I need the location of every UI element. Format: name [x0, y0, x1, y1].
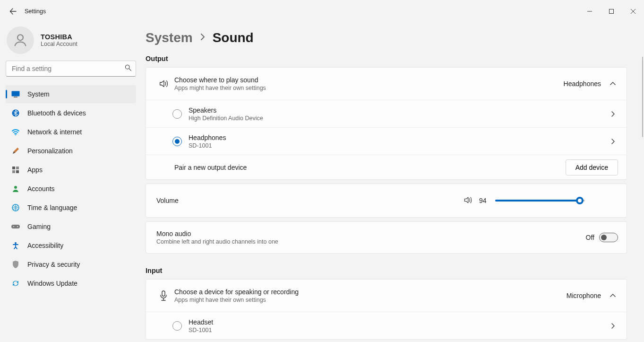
chevron-up-icon — [608, 79, 618, 89]
sidebar-item-bluetooth[interactable]: Bluetooth & devices — [6, 104, 136, 122]
input-choose-card: Choose a device for speaking or recordin… — [146, 279, 627, 340]
section-input-heading: Input — [146, 267, 627, 274]
sidebar-item-system[interactable]: System — [6, 85, 136, 103]
user-icon — [12, 32, 28, 48]
microphone-icon — [155, 290, 172, 301]
system-icon — [11, 90, 20, 98]
user-block[interactable]: TOSHIBA Local Account — [7, 26, 136, 54]
sidebar-item-update[interactable]: Windows Update — [6, 274, 136, 292]
sidebar-item-privacy[interactable]: Privacy & security — [6, 255, 136, 273]
bluetooth-icon — [11, 109, 20, 117]
maximize-icon — [609, 9, 614, 14]
input-choose-row[interactable]: Choose a device for speaking or recordin… — [146, 280, 627, 312]
sidebar-item-label: Time & language — [27, 204, 77, 211]
close-icon — [631, 9, 635, 14]
sidebar-item-label: Personalization — [27, 147, 73, 155]
input-choose-title: Choose a device for speaking or recordin… — [174, 288, 565, 296]
mono-toggle-state: Off — [586, 234, 594, 241]
sidebar-item-accessibility[interactable]: Accessibility — [6, 237, 136, 254]
chevron-right-icon — [608, 109, 618, 119]
sidebar-item-apps[interactable]: Apps — [6, 161, 136, 179]
sidebar-item-personalization[interactable]: Personalization — [6, 142, 136, 160]
svg-point-16 — [15, 242, 17, 244]
svg-point-15 — [17, 226, 18, 227]
wifi-icon — [11, 128, 20, 136]
svg-rect-8 — [16, 167, 19, 169]
output-choose-row[interactable]: Choose where to play sound Apps might ha… — [146, 68, 627, 100]
sidebar: TOSHIBA Local Account System Bluetooth &… — [0, 23, 142, 342]
sidebar-item-accounts[interactable]: Accounts — [6, 180, 136, 198]
svg-rect-4 — [14, 97, 17, 98]
device-detail: High Definition Audio Device — [189, 115, 606, 122]
svg-rect-0 — [610, 9, 614, 14]
volume-icon[interactable] — [463, 195, 472, 206]
chevron-right-icon — [608, 136, 618, 147]
svg-point-6 — [15, 134, 16, 135]
user-subtitle: Local Account — [41, 41, 77, 47]
breadcrumb-parent[interactable]: System — [146, 30, 193, 45]
person-icon — [11, 184, 20, 193]
sidebar-item-label: Gaming — [27, 223, 51, 230]
output-choose-card: Choose where to play sound Apps might ha… — [146, 67, 627, 180]
accessibility-icon — [11, 241, 20, 250]
svg-rect-13 — [11, 225, 20, 228]
svg-point-11 — [14, 186, 17, 189]
mono-card: Mono audio Combine left and right audio … — [146, 221, 627, 254]
minimize-button[interactable] — [579, 4, 601, 19]
back-button[interactable] — [6, 4, 21, 19]
radio-unchecked-icon — [172, 321, 182, 331]
volume-card: Volume 94 — [146, 184, 627, 218]
update-icon — [11, 279, 20, 288]
input-choose-value: Microphone — [567, 292, 601, 299]
input-choose-subtitle: Apps might have their own settings — [174, 297, 565, 303]
pair-output-row: Pair a new output device Add device — [146, 155, 627, 179]
device-name: Speakers — [189, 106, 606, 114]
svg-point-1 — [17, 35, 23, 40]
sidebar-item-label: System — [27, 90, 50, 98]
window-title: Settings — [25, 8, 46, 15]
volume-slider[interactable] — [495, 200, 618, 202]
globe-clock-icon — [11, 203, 20, 212]
sidebar-item-network[interactable]: Network & internet — [6, 123, 136, 141]
output-choose-value: Headphones — [564, 80, 601, 88]
brush-icon — [11, 147, 20, 155]
device-detail: SD-1001 — [189, 142, 606, 149]
input-device-headset[interactable]: Headset SD-1001 — [146, 312, 627, 339]
device-detail: SD-1001 — [189, 327, 606, 333]
device-name: Headphones — [189, 134, 606, 141]
sidebar-item-gaming[interactable]: Gaming — [6, 218, 136, 236]
mono-subtitle: Combine left and right audio channels in… — [156, 238, 584, 245]
avatar — [7, 26, 34, 54]
maximize-button[interactable] — [601, 4, 622, 19]
sidebar-item-label: Windows Update — [27, 280, 77, 287]
add-device-button[interactable]: Add device — [566, 159, 618, 175]
scrollbar[interactable] — [642, 57, 643, 137]
speaker-icon — [155, 79, 172, 89]
sidebar-item-label: Apps — [27, 166, 43, 174]
chevron-up-icon — [608, 290, 618, 301]
sidebar-item-label: Privacy & security — [27, 261, 80, 268]
pair-output-label: Pair a new output device — [174, 164, 564, 171]
output-device-headphones[interactable]: Headphones SD-1001 — [146, 127, 627, 155]
back-arrow-icon — [9, 8, 17, 15]
output-device-speakers[interactable]: Speakers High Definition Audio Device — [146, 100, 627, 127]
apps-icon — [11, 166, 20, 174]
sidebar-item-time[interactable]: Time & language — [6, 199, 136, 217]
chevron-right-icon — [608, 321, 618, 331]
mono-toggle[interactable] — [599, 233, 618, 242]
volume-row: Volume 94 — [146, 184, 627, 217]
nav-list: System Bluetooth & devices Network & int… — [6, 85, 136, 292]
breadcrumb-current: Sound — [213, 30, 254, 45]
search-wrap — [6, 61, 136, 77]
close-button[interactable] — [622, 4, 644, 19]
sidebar-item-label: Network & internet — [27, 128, 82, 136]
user-name: TOSHIBA — [41, 33, 77, 41]
mono-row: Mono audio Combine left and right audio … — [146, 222, 627, 253]
output-choose-subtitle: Apps might have their own settings — [174, 85, 562, 91]
breadcrumb: System Sound — [146, 30, 627, 45]
search-icon — [125, 64, 131, 73]
sidebar-item-label: Accessibility — [27, 242, 63, 249]
search-input[interactable] — [6, 61, 136, 77]
svg-point-14 — [13, 226, 14, 227]
output-choose-title: Choose where to play sound — [174, 76, 562, 84]
